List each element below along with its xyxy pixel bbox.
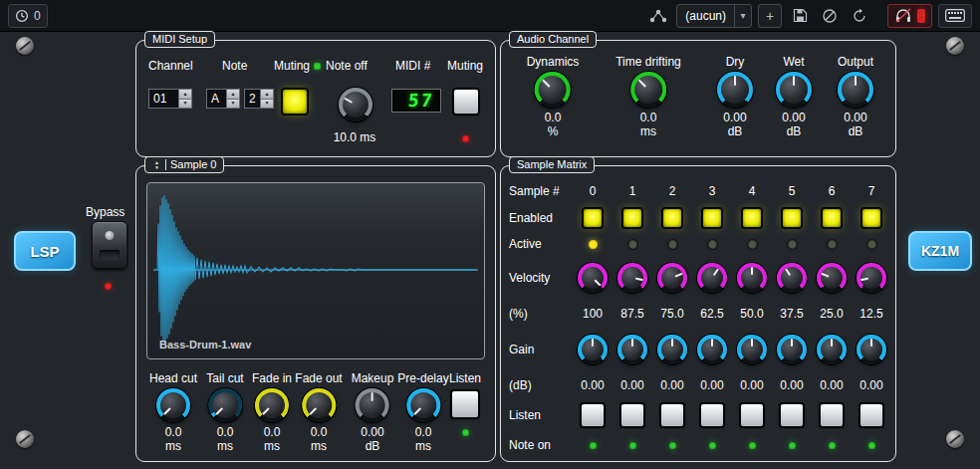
velocity-knob-7[interactable] [857,263,886,293]
enabled-button-3[interactable] [702,208,722,228]
listen-button-7[interactable] [859,403,883,427]
listen-button-1[interactable] [620,403,644,427]
midi-number-label: MIDI # [395,59,430,73]
fade-in-knob[interactable] [255,388,289,422]
midi-muting-button[interactable] [282,89,308,115]
octave-spinner[interactable]: 2 [244,89,274,109]
enabled-button-7[interactable] [861,208,881,228]
dynamics-control: Dynamics 0.0 % [527,55,580,138]
note-label: Note [222,59,247,73]
row-label-active: Active [509,237,542,251]
screw-icon [946,430,964,448]
output-knob[interactable] [838,72,873,108]
listen-button-6[interactable] [820,403,844,427]
sample-number: 0 [590,184,597,198]
listen-disabled-chip[interactable] [887,4,932,28]
muting-label: Muting [274,59,310,73]
time-drifting-knob[interactable] [630,72,666,108]
audio-channel-section: Audio Channel Dynamics 0.0 % Time drifti… [500,40,896,157]
listen-button-0[interactable] [581,403,605,427]
sample-listen-button[interactable] [451,390,479,418]
tail-cut-control: Tail cut 0.0 ms [206,371,243,453]
bypass-led [105,283,112,290]
active-led-4 [748,240,757,249]
gain-knob-5[interactable] [777,335,807,364]
bypass-switch[interactable] [92,221,127,269]
listen-button-4[interactable] [740,403,764,427]
enabled-button-0[interactable] [583,208,603,228]
makeup-knob[interactable] [356,388,389,422]
sample-waveform-display[interactable]: Bass-Drum-1.wav [146,182,485,359]
listen-button-3[interactable] [700,403,724,427]
velocity-knob-6[interactable] [817,263,847,293]
row-label-velocity: Velocity [509,271,550,285]
clear-preset-icon[interactable] [818,4,842,28]
channel-spinner[interactable]: 01 [148,89,192,109]
wet-knob[interactable] [776,72,812,108]
gain-value: 0.00 [700,378,723,392]
gain-value: 0.00 [660,378,683,392]
sample-matrix-grid: Sample # 0 1 2 3 4 5 6 7 Enabled Active [509,180,891,457]
preset-select[interactable]: (aucun) [676,4,752,28]
routing-icon[interactable] [646,4,670,28]
enabled-button-2[interactable] [662,208,682,228]
midi-number-display: 57 [391,89,441,113]
velocity-knob-5[interactable] [777,263,807,293]
gain-knob-4[interactable] [737,335,767,364]
screw-icon [946,37,964,55]
note-off-time-knob[interactable] [339,88,372,121]
tail-cut-knob[interactable] [208,388,242,422]
gain-value: 0.00 [740,378,763,392]
head-cut-knob[interactable] [156,388,190,422]
velocity-value: 62.5 [700,307,723,321]
velocity-knob-0[interactable] [578,263,608,293]
plugin-window: 0 (aucun) + [0,0,980,469]
sample-number: 1 [629,184,636,198]
note-on-led-4 [749,442,756,449]
listen-button-5[interactable] [780,403,804,427]
reset-settings-icon[interactable] [848,4,871,28]
velocity-value: 37.5 [780,307,803,321]
save-preset-icon[interactable] [788,4,812,28]
velocity-knob-4[interactable] [737,263,767,293]
gain-knob-3[interactable] [697,335,727,364]
dry-knob[interactable] [717,72,753,108]
timer-chip[interactable]: 0 [8,4,48,28]
spinner-arrows[interactable] [226,90,239,108]
spinner-arrows[interactable] [260,90,273,108]
enabled-button-1[interactable] [622,208,642,228]
enabled-button-5[interactable] [782,208,802,228]
sample-listen-control: Listen [449,371,481,436]
note-on-led-0 [590,442,597,449]
sample-number: 3 [709,184,716,198]
velocity-knob-1[interactable] [617,263,647,293]
sample-number: 4 [749,184,756,198]
dynamics-knob[interactable] [535,72,571,108]
pre-delay-knob[interactable] [406,388,440,422]
clock-icon [15,9,29,23]
enabled-button-4[interactable] [742,208,762,228]
virtual-keyboard-chip[interactable] [938,4,972,28]
gain-knob-7[interactable] [857,335,886,364]
waveform-graph [147,183,484,358]
velocity-value: 50.0 [740,307,763,321]
gain-knob-1[interactable] [617,335,647,364]
velocity-knob-3[interactable] [697,263,727,293]
enabled-button-6[interactable] [822,208,842,228]
note-spinner[interactable]: A [206,89,240,109]
fade-out-knob[interactable] [302,388,336,422]
fade-in-control: Fade in 0.0 ms [252,371,292,453]
active-led-2 [668,240,677,249]
note-on-led-2 [669,442,676,449]
add-preset-button[interactable]: + [758,4,782,28]
spinner-arrows[interactable] [178,90,191,108]
muting-enable-button[interactable] [453,89,479,115]
gain-knob-0[interactable] [578,335,608,364]
sample-selector-spinner[interactable] [152,160,161,170]
velocity-knob-2[interactable] [657,263,687,293]
gain-knob-6[interactable] [817,335,847,364]
output-control: Output 0.00 dB [838,55,873,138]
listen-button-2[interactable] [660,403,684,427]
sample-section-title[interactable]: Sample 0 [144,156,224,173]
gain-knob-2[interactable] [657,335,687,364]
